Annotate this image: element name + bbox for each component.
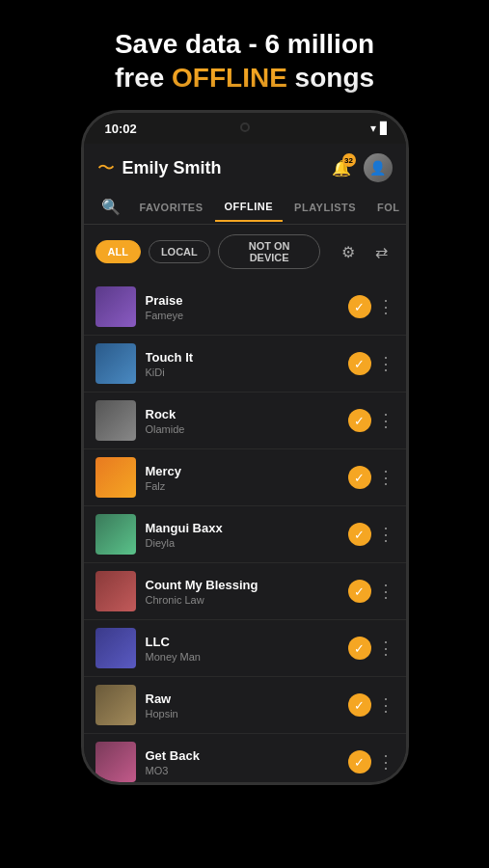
battery-icon: ▊: [380, 122, 389, 135]
song-artist: Dieyla: [146, 537, 339, 549]
song-title: LLC: [146, 635, 339, 649]
song-thumbnail: [95, 343, 136, 384]
song-title: Touch It: [146, 350, 339, 365]
downloaded-icon: ✓: [348, 352, 371, 375]
song-title: Raw: [146, 692, 339, 706]
tab-following[interactable]: FOL: [367, 194, 405, 221]
song-info: Touch It KiDi: [146, 350, 339, 378]
hero-line1: Save data - 6 million: [39, 27, 450, 61]
tab-playlists[interactable]: PLAYLISTS: [285, 194, 366, 221]
song-artist: Falz: [146, 480, 339, 492]
filter-all-button[interactable]: ALL: [95, 240, 141, 263]
avatar-initial: 👤: [369, 160, 386, 176]
status-time: 10:02: [105, 122, 137, 136]
song-item: Raw Hopsin ✓ ⋮: [84, 677, 406, 734]
downloaded-icon: ✓: [348, 637, 371, 660]
song-item: Touch It KiDi ✓ ⋮: [84, 336, 406, 393]
song-actions: ✓ ⋮: [348, 352, 394, 375]
status-icons: ▾ ▊: [370, 122, 389, 135]
song-actions: ✓ ⋮: [348, 693, 394, 717]
tab-offline[interactable]: OFFLINE: [215, 193, 284, 222]
settings-icon[interactable]: ⚙: [336, 238, 361, 265]
song-actions: ✓ ⋮: [348, 466, 394, 489]
downloaded-icon: ✓: [348, 523, 371, 546]
song-title: Mangui Baxx: [146, 521, 339, 535]
tab-favorites[interactable]: FAVORITES: [130, 194, 213, 221]
song-info: Rock Olamide: [146, 407, 339, 435]
filter-not-on-device-button[interactable]: NOT ON DEVICE: [218, 234, 321, 269]
profile-header: 〜 Emily Smith 🔔 32 👤: [84, 144, 406, 190]
song-actions: ✓ ⋮: [348, 523, 394, 546]
song-artist: KiDi: [146, 366, 339, 378]
song-artist: Money Man: [146, 651, 339, 663]
more-options-icon[interactable]: ⋮: [377, 467, 394, 488]
notifications-button[interactable]: 🔔 32: [327, 153, 356, 182]
song-artist: Chronic Law: [146, 594, 339, 606]
more-options-icon[interactable]: ⋮: [377, 524, 394, 545]
song-actions: ✓ ⋮: [348, 580, 394, 603]
profile-name: Emily Smith: [122, 158, 327, 178]
song-info: Raw Hopsin: [146, 692, 339, 719]
wifi-icon: ▾: [370, 122, 376, 135]
downloaded-icon: ✓: [348, 466, 371, 489]
downloaded-icon: ✓: [348, 580, 371, 603]
song-title: Praise: [146, 293, 339, 308]
song-title: Mercy: [146, 464, 339, 478]
song-info: Mercy Falz: [146, 464, 339, 492]
song-item: Count My Blessing Chronic Law ✓ ⋮: [84, 563, 406, 620]
song-info: Count My Blessing Chronic Law: [146, 578, 339, 606]
more-options-icon[interactable]: ⋮: [377, 410, 394, 431]
song-item: Mangui Baxx Dieyla ✓ ⋮: [84, 506, 406, 563]
song-actions: ✓ ⋮: [348, 637, 394, 660]
song-thumbnail: [95, 400, 136, 441]
song-thumbnail: [95, 742, 136, 782]
song-title: Rock: [146, 407, 339, 421]
more-options-icon[interactable]: ⋮: [377, 751, 394, 773]
more-options-icon[interactable]: ⋮: [377, 581, 394, 602]
tab-search[interactable]: 🔍: [94, 190, 128, 224]
song-thumbnail: [95, 286, 136, 327]
hero-offline: OFFLINE: [172, 63, 287, 93]
avatar[interactable]: 👤: [364, 153, 393, 182]
song-item: Rock Olamide ✓ ⋮: [84, 393, 406, 449]
hero-free: free: [115, 63, 172, 93]
song-info: Get Back MO3: [146, 748, 339, 776]
more-options-icon[interactable]: ⋮: [377, 353, 394, 374]
song-item: LLC Money Man ✓ ⋮: [84, 620, 406, 677]
song-artist: Hopsin: [146, 708, 339, 719]
song-thumbnail: [95, 571, 136, 611]
downloaded-icon: ✓: [348, 750, 371, 773]
song-thumbnail: [95, 514, 136, 555]
song-thumbnail: [95, 628, 136, 668]
more-options-icon[interactable]: ⋮: [377, 637, 394, 659]
app-content: 〜 Emily Smith 🔔 32 👤 🔍 FAVORITES OFFLINE…: [84, 144, 406, 785]
song-info: Mangui Baxx Dieyla: [146, 521, 339, 549]
song-thumbnail: [95, 457, 136, 498]
camera-dot: [240, 122, 250, 132]
shuffle-icon[interactable]: ⇄: [368, 238, 394, 265]
more-options-icon[interactable]: ⋮: [377, 296, 394, 317]
song-artist: Olamide: [146, 423, 339, 435]
song-info: LLC Money Man: [146, 635, 339, 663]
filter-local-button[interactable]: LOCAL: [149, 240, 210, 263]
song-actions: ✓ ⋮: [348, 295, 394, 318]
song-title: Count My Blessing: [146, 578, 339, 592]
tabs-bar: 🔍 FAVORITES OFFLINE PLAYLISTS FOL: [84, 190, 406, 225]
hero-section: Save data - 6 million free OFFLINE songs: [0, 0, 489, 110]
song-actions: ✓ ⋮: [348, 750, 394, 773]
phone-shell: 10:02 ▾ ▊ 〜 Emily Smith 🔔 32 👤 🔍 F: [81, 110, 409, 785]
hero-line2: free OFFLINE songs: [39, 61, 450, 95]
downloaded-icon: ✓: [348, 295, 371, 318]
downloaded-icon: ✓: [348, 409, 371, 432]
song-artist: MO3: [146, 765, 339, 776]
song-artist: Fameye: [146, 310, 339, 321]
notif-badge: 32: [342, 153, 356, 167]
more-options-icon[interactable]: ⋮: [377, 694, 394, 716]
song-list: Praise Fameye ✓ ⋮ Touch It KiDi ✓ ⋮: [84, 279, 406, 785]
app-logo-icon: 〜: [97, 156, 115, 179]
filter-bar: ALL LOCAL NOT ON DEVICE ⚙ ⇄: [84, 225, 406, 279]
header-right: 🔔 32 👤: [327, 153, 393, 182]
song-thumbnail: [95, 685, 136, 725]
song-actions: ✓ ⋮: [348, 409, 394, 432]
song-item: Praise Fameye ✓ ⋮: [84, 279, 406, 336]
